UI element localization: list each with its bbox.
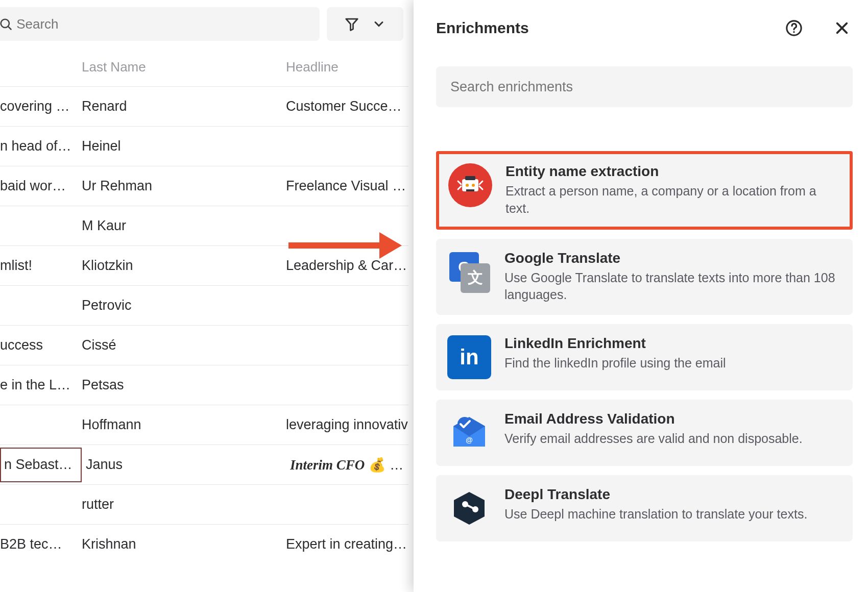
card-title: Entity name extraction (505, 163, 840, 180)
card-desc: Use Google Translate to translate texts … (504, 269, 841, 304)
card-title: LinkedIn Enrichment (504, 335, 841, 352)
col-header-lastname[interactable]: Last Name (82, 59, 286, 75)
svg-text:@: @ (466, 436, 473, 444)
card-desc: Extract a person name, a company or a lo… (505, 183, 840, 217)
table-row[interactable]: baid wor… Ur Rehman Freelance Visual De (0, 166, 408, 206)
svg-point-9 (466, 184, 469, 187)
svg-point-10 (472, 184, 475, 187)
svg-rect-8 (465, 176, 475, 180)
card-title: Deepl Translate (504, 486, 841, 503)
card-desc: Verify email addresses are valid and non… (504, 430, 841, 448)
card-entity-name-extraction[interactable]: Entity name extraction Extract a person … (436, 151, 853, 230)
table-row[interactable]: Petrovic (0, 285, 408, 325)
card-linkedin-enrichment[interactable]: in LinkedIn Enrichment Find the linkedIn… (436, 324, 853, 390)
filter-button[interactable] (327, 7, 403, 41)
table-row[interactable]: n Sebast… Janus Interim CFO 💰 Fou (0, 445, 408, 484)
robot-icon (448, 163, 492, 207)
chevron-down-icon (372, 17, 386, 31)
table-header: Last Name Headline (0, 54, 408, 86)
card-deepl-translate[interactable]: Deepl Translate Use Deepl machine transl… (436, 475, 853, 541)
enrichment-list: Entity name extraction Extract a person … (436, 151, 853, 541)
table-row[interactable]: n head of… Heinel (0, 126, 408, 166)
svg-marker-2 (346, 19, 358, 31)
headline-suffix: 💰 Fou (365, 457, 408, 473)
panel-title: Enrichments (436, 19, 783, 37)
linkedin-icon: in (447, 335, 491, 379)
card-desc: Find the linkedIn profile using the emai… (504, 355, 841, 372)
help-button[interactable] (783, 17, 805, 39)
funnel-icon (344, 16, 359, 32)
table-row[interactable]: covering … Renard Customer Success I (0, 86, 408, 126)
search-input[interactable] (16, 16, 315, 32)
card-desc: Use Deepl machine translation to transla… (504, 506, 841, 523)
enrichment-search-input[interactable] (450, 79, 838, 95)
enrichments-panel: Enrichments Entity name extraction (414, 0, 868, 592)
svg-rect-11 (466, 189, 474, 191)
svg-marker-16 (454, 492, 485, 525)
google-translate-icon: G文 (447, 250, 491, 294)
col-header-a[interactable] (0, 59, 82, 75)
search-icon (0, 16, 13, 32)
toolbar (0, 0, 408, 54)
deepl-icon (447, 486, 491, 530)
enrichment-search-wrap[interactable] (436, 66, 853, 107)
table-row[interactable]: uccess Cissé (0, 325, 408, 365)
active-cell[interactable]: n Sebast… (0, 448, 82, 482)
headline-prefix: Interim CFO (290, 457, 365, 473)
table-body: covering … Renard Customer Success I n h… (0, 86, 408, 564)
left-pane: Last Name Headline covering … Renard Cus… (0, 0, 408, 592)
svg-line-1 (8, 27, 11, 30)
card-google-translate[interactable]: G文 Google Translate Use Google Translate… (436, 239, 853, 315)
card-title: Google Translate (504, 250, 841, 266)
close-button[interactable] (831, 17, 853, 39)
table-row[interactable]: rutter (0, 484, 408, 524)
email-validate-icon: @ (447, 411, 491, 455)
table-row[interactable]: e in the L… Petsas (0, 365, 408, 405)
card-email-validation[interactable]: @ Email Address Validation Verify email … (436, 400, 853, 466)
annotation-arrow-icon (288, 232, 402, 259)
card-title: Email Address Validation (504, 411, 841, 427)
svg-point-4 (793, 31, 794, 33)
table-row[interactable]: Hoffmann leveraging innovativ (0, 405, 408, 445)
col-header-headline[interactable]: Headline (286, 59, 408, 75)
panel-header: Enrichments (436, 17, 853, 39)
search-input-wrap[interactable] (0, 7, 320, 41)
table-row[interactable]: B2B tec… Krishnan Expert in creating B2 (0, 524, 408, 564)
